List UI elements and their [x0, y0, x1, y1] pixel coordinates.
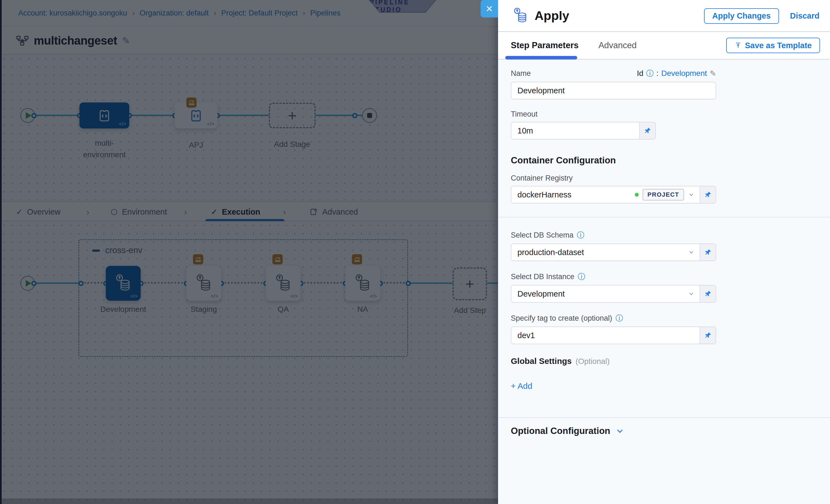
- step-parameters-form: Name Id ⓘ : Development ✎ Timeout: [498, 60, 830, 504]
- info-icon[interactable]: ⓘ: [615, 313, 623, 323]
- db-schema-label: Select DB Schema: [511, 231, 574, 240]
- tag-label: Specify tag to create (optional): [511, 314, 612, 323]
- close-icon: ✕: [486, 4, 493, 14]
- pin-icon: [704, 332, 712, 339]
- db-instance-select[interactable]: Development: [511, 285, 716, 303]
- timeout-input[interactable]: [511, 122, 639, 139]
- timeout-label: Timeout: [511, 110, 817, 119]
- discard-button[interactable]: Discard: [790, 11, 820, 21]
- chevron-down-icon[interactable]: [688, 249, 695, 256]
- db-instance-value: Development: [517, 289, 684, 298]
- pin-input-type-button[interactable]: [700, 327, 716, 344]
- name-label: Name: [511, 69, 531, 78]
- info-icon[interactable]: ⓘ: [578, 272, 585, 282]
- container-registry-select[interactable]: dockerHarness PROJECT: [511, 186, 716, 203]
- close-panel-button[interactable]: ✕: [481, 0, 498, 18]
- db-instance-label: Select DB Instance: [511, 273, 574, 281]
- chevron-down-icon[interactable]: [688, 191, 695, 198]
- pin-icon: [644, 127, 651, 134]
- optional-hint: (Optional): [576, 357, 610, 366]
- global-settings-label: Global Settings: [511, 356, 572, 366]
- container-registry-label: Container Registry: [511, 174, 817, 183]
- panel-title: Apply: [535, 8, 569, 23]
- save-as-template-button[interactable]: Save as Template: [726, 38, 820, 53]
- active-tab-underline: [505, 56, 577, 60]
- tag-input[interactable]: [511, 327, 700, 344]
- chevron-down-icon: [616, 427, 624, 435]
- id-colon: :: [657, 69, 659, 78]
- id-value: Development: [661, 69, 707, 78]
- section-divider: [498, 417, 830, 418]
- pipeline-studio-app: Account: kurosakiichigo.songoku › Organi…: [0, 0, 830, 504]
- step-config-panel: ✕ Apply Apply Changes Discard Step Param…: [498, 0, 830, 504]
- pin-input-type-button[interactable]: [700, 186, 716, 203]
- tab-step-advanced[interactable]: Advanced: [599, 40, 637, 51]
- panel-header: Apply Apply Changes Discard: [498, 0, 830, 32]
- pin-input-type-button[interactable]: [700, 244, 716, 260]
- name-input[interactable]: [511, 82, 716, 99]
- db-schema-select[interactable]: production-dataset: [511, 244, 716, 261]
- apply-step-icon: [512, 7, 529, 24]
- chevron-down-icon[interactable]: [688, 290, 695, 297]
- edit-id-icon[interactable]: ✎: [710, 69, 716, 78]
- optional-configuration-toggle[interactable]: Optional Configuration: [511, 426, 817, 436]
- optional-configuration-heading: Optional Configuration: [511, 426, 610, 436]
- info-icon[interactable]: ⓘ: [577, 230, 584, 240]
- add-global-setting-button[interactable]: + Add: [511, 381, 532, 391]
- apply-changes-button[interactable]: Apply Changes: [704, 8, 779, 24]
- container-registry-value: dockerHarness: [517, 190, 631, 199]
- scope-badge: PROJECT: [643, 189, 684, 200]
- info-icon[interactable]: ⓘ: [646, 68, 653, 78]
- panel-tabs: Step Parameters Advanced Save as Templat…: [498, 32, 830, 60]
- dim-overlay: [0, 0, 498, 504]
- upload-icon: [734, 42, 742, 49]
- pin-icon: [704, 191, 712, 198]
- db-schema-value: production-dataset: [517, 248, 684, 257]
- pin-input-type-button[interactable]: [700, 285, 716, 302]
- pin-input-type-button[interactable]: [639, 122, 655, 139]
- pin-icon: [704, 248, 712, 256]
- id-label: Id: [637, 69, 643, 78]
- connector-status-dot: [635, 193, 639, 197]
- container-configuration-heading: Container Configuration: [511, 155, 817, 166]
- tab-step-parameters[interactable]: Step Parameters: [511, 40, 579, 51]
- pin-icon: [704, 290, 712, 298]
- section-divider: [498, 217, 830, 217]
